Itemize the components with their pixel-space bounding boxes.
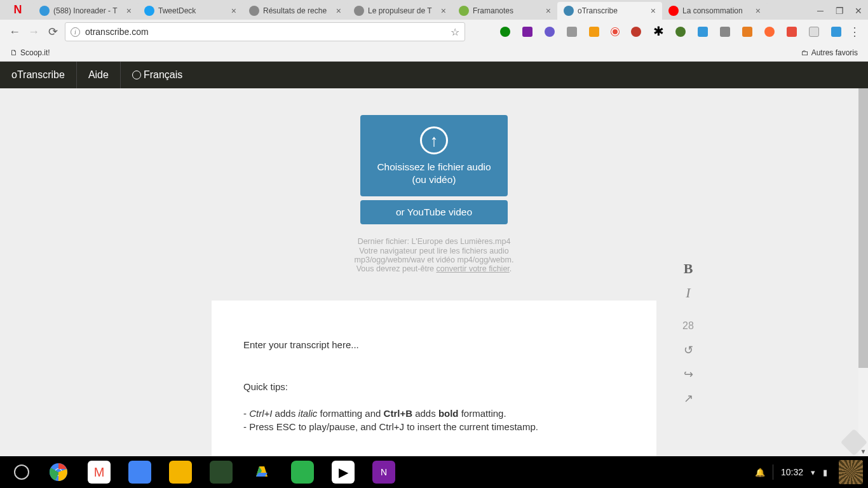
docs-icon[interactable]	[128, 461, 151, 484]
window-controls: ─ ❐ ✕	[811, 2, 868, 20]
tab-title: Le propulseur de T	[368, 6, 437, 15]
format-hint: Votre navigateur peut lire les fichiers …	[332, 247, 536, 265]
transcript-editor[interactable]: Enter your transcript here... Quick tips…	[212, 301, 656, 456]
site-info-icon[interactable]: i	[71, 27, 80, 37]
browser-tab[interactable]: TweetDeck×	[138, 2, 243, 20]
undo-button[interactable]: ↺	[679, 339, 698, 362]
battery-icon[interactable]: ▮	[823, 468, 827, 477]
ext-icon[interactable]	[589, 27, 599, 37]
tab-close-button[interactable]: ×	[756, 6, 761, 16]
tab-close-button[interactable]: ×	[336, 6, 341, 16]
chrome-icon[interactable]	[47, 461, 70, 484]
other-bookmarks[interactable]: 🗀 Autres favoris	[797, 46, 862, 59]
bookmark-star-icon[interactable]: ☆	[451, 26, 459, 38]
browser-tab[interactable]: Résultats de reche×	[243, 2, 348, 20]
ext-icon[interactable]: ✱	[653, 27, 663, 37]
ext-icon[interactable]	[545, 27, 555, 37]
ext-icon[interactable]	[787, 27, 797, 37]
ext-icon[interactable]	[611, 28, 619, 36]
gmail-icon[interactable]: M	[88, 461, 111, 484]
language-selector[interactable]: Français	[121, 62, 194, 88]
quick-tip-line: - Ctrl+I adds italic formatting and Ctrl…	[243, 407, 625, 420]
page-content: ▲ ▼ ↑ Choisissez le fichier audio (ou vi…	[0, 88, 868, 456]
bookmark-scoopit[interactable]: 🗋 Scoop.it!	[6, 46, 54, 59]
youtube-button[interactable]: or YouTube video	[360, 200, 508, 224]
tab-strip: N (588) Inoreader - T×TweetDeck×Résultat…	[0, 0, 868, 20]
tab-title: Résultats de reche	[263, 6, 332, 15]
ext-icon[interactable]	[831, 27, 841, 37]
url-text: otranscribe.com	[85, 27, 149, 37]
convert-file-link[interactable]: convertir votre fichier	[436, 264, 509, 273]
reload-button[interactable]: ⟳	[43, 22, 62, 41]
bookmark-label: Autres favoris	[811, 48, 858, 57]
ext-icon[interactable]	[522, 27, 532, 37]
media-thumbnail[interactable]	[839, 460, 863, 484]
address-bar[interactable]: i otranscribe.com ☆	[65, 22, 465, 41]
language-label: Français	[144, 69, 182, 81]
app-icon-green[interactable]	[210, 461, 233, 484]
favicon	[249, 6, 259, 16]
feedly-icon[interactable]	[291, 461, 314, 484]
ext-icon[interactable]	[567, 27, 577, 37]
choose-file-button[interactable]: ↑ Choisissez le fichier audio (ou vidéo)	[360, 115, 508, 196]
italic-button[interactable]: I	[679, 281, 698, 304]
browser-menu-button[interactable]: ⋮	[846, 25, 863, 39]
ext-icon[interactable]	[500, 27, 510, 37]
brand-link[interactable]: oTranscribe	[0, 62, 77, 88]
quick-tip-line: - Press ESC to play/pause, and Ctrl+J to…	[243, 421, 625, 433]
editor-side-tools: B I 28 ↺ ↪ ↗	[679, 257, 698, 410]
browser-tab[interactable]: (588) Inoreader - T×	[33, 2, 138, 20]
back-button[interactable]: ←	[5, 22, 24, 41]
browser-tab[interactable]: Framanotes×	[452, 2, 557, 20]
bookmarks-bar: 🗋 Scoop.it! 🗀 Autres favoris	[0, 44, 868, 62]
tab-close-button[interactable]: ×	[126, 6, 132, 16]
close-window-button[interactable]: ✕	[849, 2, 868, 20]
ext-icon[interactable]	[809, 27, 819, 37]
ext-icon[interactable]	[764, 27, 775, 37]
bold-button[interactable]: B	[679, 257, 698, 280]
export-button[interactable]: ↪	[679, 363, 698, 386]
tab-close-button[interactable]: ×	[441, 6, 446, 16]
tab-title: (588) Inoreader - T	[53, 6, 123, 15]
onenote-icon[interactable]: N	[372, 461, 395, 484]
tab-close-button[interactable]: ×	[231, 6, 236, 16]
editor-placeholder: Enter your transcript here...	[243, 339, 625, 351]
browser-tab[interactable]: Le propulseur de T×	[348, 2, 452, 20]
notification-icon[interactable]: 🔔	[755, 468, 765, 477]
app-nav-bar: oTranscribe Aide Français	[0, 62, 868, 88]
minimize-button[interactable]: ─	[811, 2, 830, 20]
browser-tab[interactable]: La consommation×	[662, 2, 767, 20]
ext-icon[interactable]	[742, 27, 752, 37]
tab-close-button[interactable]: ×	[546, 6, 551, 16]
ext-icon[interactable]	[698, 27, 708, 37]
slides-icon[interactable]	[169, 461, 192, 484]
drive-icon[interactable]	[250, 461, 273, 484]
tab-close-button[interactable]: ×	[651, 6, 656, 16]
tab-title: oTranscribe	[578, 6, 647, 15]
netflix-pinned-tab[interactable]: N	[3, 0, 33, 20]
browser-tab[interactable]: oTranscribe×	[557, 2, 662, 20]
ext-icon[interactable]	[720, 27, 730, 37]
wifi-icon[interactable]: ▾	[811, 468, 815, 477]
ext-icon[interactable]	[675, 27, 686, 37]
ext-icon[interactable]	[631, 27, 641, 37]
favicon	[564, 6, 574, 16]
tab-title: TweetDeck	[158, 6, 227, 15]
extension-icons: ✱	[500, 27, 841, 37]
folder-icon: 🗀	[801, 48, 809, 57]
help-link[interactable]: Aide	[77, 62, 121, 88]
forward-button[interactable]: →	[24, 22, 43, 41]
tray-separator	[773, 464, 773, 480]
quick-tips-heading: Quick tips:	[243, 381, 625, 393]
new-tab-button[interactable]	[767, 2, 792, 20]
launcher-button[interactable]	[14, 464, 29, 480]
play-store-icon[interactable]: ▶	[332, 461, 355, 484]
scrollbar[interactable]: ▲ ▼	[858, 88, 868, 456]
clock[interactable]: 10:32	[781, 467, 803, 477]
format-hint: .	[510, 264, 512, 273]
share-button[interactable]: ↗	[679, 387, 698, 410]
scroll-thumb[interactable]	[858, 88, 868, 368]
upload-icon: ↑	[420, 126, 448, 154]
maximize-button[interactable]: ❐	[830, 2, 849, 20]
page-icon: 🗋	[10, 48, 18, 57]
